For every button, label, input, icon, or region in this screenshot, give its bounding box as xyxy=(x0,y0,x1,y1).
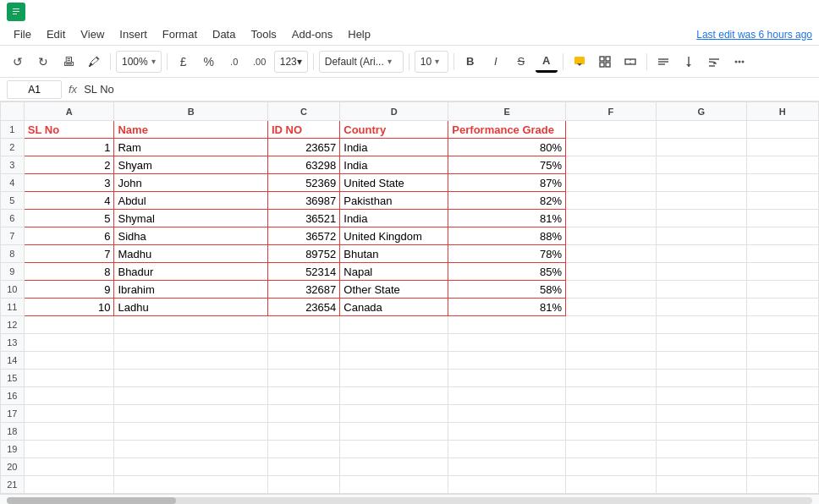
cell-4D[interactable]: United State xyxy=(340,174,448,192)
row-header-11[interactable]: 11 xyxy=(1,299,25,316)
cell-15C[interactable] xyxy=(267,370,339,387)
menu-view[interactable]: View xyxy=(74,25,111,43)
cell-5E[interactable]: 82% xyxy=(448,192,566,210)
cell-7C[interactable]: 36572 xyxy=(267,227,339,245)
cell-12F[interactable] xyxy=(566,316,657,334)
paint-format-button[interactable]: 🖍 xyxy=(83,51,105,73)
cell-19F[interactable] xyxy=(566,441,657,458)
cell-11E[interactable]: 81% xyxy=(448,299,566,316)
cell-16A[interactable] xyxy=(24,387,114,405)
cell-9A[interactable]: 8 xyxy=(24,263,114,281)
cell-18H[interactable] xyxy=(746,423,818,441)
cell-11H[interactable] xyxy=(746,299,818,316)
cell-1H[interactable] xyxy=(746,121,818,139)
cell-21G[interactable] xyxy=(656,476,746,494)
cell-2H[interactable] xyxy=(746,139,818,156)
cell-7A[interactable]: 6 xyxy=(24,227,114,245)
cell-18G[interactable] xyxy=(656,423,746,441)
cell-5C[interactable]: 36987 xyxy=(267,192,339,210)
cell-1G[interactable] xyxy=(656,121,746,139)
cell-16C[interactable] xyxy=(267,387,339,405)
cell-19D[interactable] xyxy=(340,441,448,458)
cell-reference-input[interactable] xyxy=(7,80,62,99)
textwrap-button[interactable] xyxy=(703,51,725,73)
cell-10G[interactable] xyxy=(656,281,746,299)
cell-7D[interactable]: United Kingdom xyxy=(340,227,448,245)
cell-1F[interactable] xyxy=(566,121,657,139)
cell-6C[interactable]: 36521 xyxy=(267,210,339,227)
cell-3B[interactable]: Shyam xyxy=(114,156,267,174)
menu-tools[interactable]: Tools xyxy=(244,25,283,43)
row-header-3[interactable]: 3 xyxy=(1,156,25,174)
cell-18A[interactable] xyxy=(24,423,114,441)
menu-data[interactable]: Data xyxy=(206,25,242,43)
cell-1D[interactable]: Country xyxy=(340,121,448,139)
col-header-E[interactable]: E xyxy=(448,102,566,121)
row-header-1[interactable]: 1 xyxy=(1,121,25,139)
cell-1E[interactable]: Performance Grade xyxy=(448,121,566,139)
cell-10F[interactable] xyxy=(566,281,657,299)
cell-3A[interactable]: 2 xyxy=(24,156,114,174)
cell-12A[interactable] xyxy=(24,316,114,334)
cell-19B[interactable] xyxy=(114,441,267,458)
cell-13E[interactable] xyxy=(448,334,566,352)
more-options-button[interactable] xyxy=(728,51,750,73)
col-header-A[interactable]: A xyxy=(24,102,114,121)
cell-15D[interactable] xyxy=(340,370,448,387)
format-dropdown[interactable]: 123▾ xyxy=(274,51,308,73)
cell-1B[interactable]: Name xyxy=(114,121,267,139)
row-header-16[interactable]: 16 xyxy=(1,387,25,405)
cell-11G[interactable] xyxy=(656,299,746,316)
row-header-5[interactable]: 5 xyxy=(1,192,25,210)
font-dropdown[interactable]: Default (Ari... ▾ xyxy=(319,51,404,73)
cell-15H[interactable] xyxy=(746,370,818,387)
cell-3D[interactable]: India xyxy=(340,156,448,174)
cell-6H[interactable] xyxy=(746,210,818,227)
cell-13B[interactable] xyxy=(114,334,267,352)
cell-12H[interactable] xyxy=(746,316,818,334)
currency-button[interactable]: £ xyxy=(173,51,195,73)
cell-6B[interactable]: Shymal xyxy=(114,210,267,227)
cell-21F[interactable] xyxy=(566,476,657,494)
cell-20G[interactable] xyxy=(656,458,746,476)
cell-15G[interactable] xyxy=(656,370,746,387)
cell-14B[interactable] xyxy=(114,352,267,370)
col-header-C[interactable]: C xyxy=(267,102,339,121)
cell-8C[interactable]: 89752 xyxy=(267,245,339,263)
align-button[interactable] xyxy=(652,51,674,73)
row-header-21[interactable]: 21 xyxy=(1,476,25,494)
cell-17A[interactable] xyxy=(24,405,114,423)
cell-17C[interactable] xyxy=(267,405,339,423)
italic-button[interactable]: I xyxy=(485,51,507,73)
cell-8H[interactable] xyxy=(746,245,818,263)
cell-15A[interactable] xyxy=(24,370,114,387)
cell-13H[interactable] xyxy=(746,334,818,352)
menu-edit[interactable]: Edit xyxy=(40,25,72,43)
cell-8D[interactable]: Bhutan xyxy=(340,245,448,263)
percent-button[interactable]: % xyxy=(198,51,220,73)
cell-14D[interactable] xyxy=(340,352,448,370)
row-header-20[interactable]: 20 xyxy=(1,458,25,476)
cell-21D[interactable] xyxy=(340,476,448,494)
cell-6A[interactable]: 5 xyxy=(24,210,114,227)
cell-17B[interactable] xyxy=(114,405,267,423)
menu-addons[interactable]: Add-ons xyxy=(285,25,339,43)
cell-21E[interactable] xyxy=(448,476,566,494)
cell-10H[interactable] xyxy=(746,281,818,299)
fontcolor-button[interactable]: A xyxy=(536,51,558,73)
cell-1A[interactable]: SL No xyxy=(24,121,114,139)
cell-6D[interactable]: India xyxy=(340,210,448,227)
horizontal-scrollbar[interactable] xyxy=(0,494,819,504)
cell-17G[interactable] xyxy=(656,405,746,423)
cell-9G[interactable] xyxy=(656,263,746,281)
cell-14A[interactable] xyxy=(24,352,114,370)
merge-button[interactable] xyxy=(619,51,641,73)
cell-19G[interactable] xyxy=(656,441,746,458)
cell-15E[interactable] xyxy=(448,370,566,387)
cell-3H[interactable] xyxy=(746,156,818,174)
cell-17D[interactable] xyxy=(340,405,448,423)
cell-14H[interactable] xyxy=(746,352,818,370)
cell-4E[interactable]: 87% xyxy=(448,174,566,192)
cell-7G[interactable] xyxy=(656,227,746,245)
cell-13F[interactable] xyxy=(566,334,657,352)
